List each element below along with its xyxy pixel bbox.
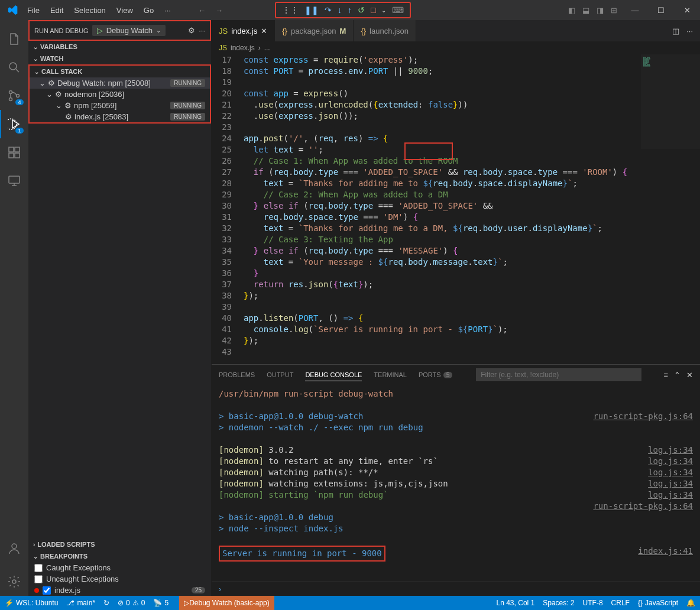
bp-caught-check[interactable]	[34, 564, 43, 572]
nav-forward-icon[interactable]: →	[215, 6, 223, 15]
debug-status[interactable]: ▷ Debug Watch (basic-app)	[179, 596, 274, 610]
step-into-icon[interactable]: ↓	[338, 5, 342, 15]
pause-icon[interactable]: ❚❚	[304, 5, 319, 15]
nav-back-icon[interactable]: ←	[198, 6, 206, 15]
cursor-position[interactable]: Ln 43, Col 1	[497, 599, 535, 607]
notifications-icon[interactable]: 🔔	[686, 599, 695, 607]
console-filter-input[interactable]	[476, 368, 641, 381]
menu-edit[interactable]: Edit	[46, 4, 68, 17]
maximize-icon[interactable]: ☐	[648, 1, 674, 19]
status-bar: ⚡WSL: Ubuntu ⎇ main* ↻ ⊘ 0 ⚠ 0 📡 5 ▷ Deb…	[0, 596, 700, 610]
indentation[interactable]: Spaces: 2	[543, 599, 574, 607]
watch-header[interactable]: ⌄WATCH	[28, 53, 211, 64]
run-debug-title: RUN AND DEBUG	[34, 27, 89, 34]
drag-handle-icon[interactable]: ⋮⋮	[282, 5, 299, 15]
tab-problems[interactable]: PROBLEMS	[219, 369, 255, 381]
bp-file-check[interactable]	[43, 586, 51, 595]
settings-gear-icon[interactable]	[0, 567, 28, 596]
remote-explorer-icon[interactable]	[0, 167, 28, 195]
vscode-logo-icon	[8, 5, 18, 15]
debug-console-output[interactable]: /usr/bin/npm run-script debug-watch > ba…	[212, 385, 700, 582]
js-file-icon: JS	[219, 44, 227, 52]
menu-selection[interactable]: Selection	[69, 4, 110, 17]
debug-console-icon[interactable]: ⌨	[392, 5, 404, 15]
loaded-scripts-section: ›LOADED SCRIPTS	[28, 538, 211, 550]
breadcrumb[interactable]: JS index.js › ...	[212, 41, 700, 54]
minimize-icon[interactable]: —	[622, 1, 648, 19]
chevron-down-icon: ⌄	[156, 27, 161, 34]
source-control-icon[interactable]: 4	[0, 82, 28, 110]
callstack-node-1[interactable]: ⌄⚙nodemon [25036]	[30, 89, 210, 100]
tab-package[interactable]: {}package.jsonM	[275, 20, 354, 41]
extensions-icon[interactable]	[0, 138, 28, 167]
close-icon[interactable]: ✕	[674, 1, 700, 19]
encoding[interactable]: UTF-8	[583, 599, 603, 607]
account-icon[interactable]	[0, 534, 28, 563]
svg-rect-6	[15, 147, 20, 152]
tab-bar: JSindex.js✕ {}package.jsonM {}launch.jso…	[212, 20, 700, 41]
run-debug-header: RUN AND DEBUG ▷ Debug Watch ⌄ ⚙ ···	[28, 20, 211, 41]
variables-section: ⌄VARIABLES	[28, 41, 211, 53]
step-over-icon[interactable]: ↷	[325, 5, 332, 15]
callstack-node-2[interactable]: ⌄⚙npm [25059]RUNNING	[30, 100, 210, 111]
stop-icon[interactable]: □	[371, 5, 375, 15]
minimap[interactable]: ████ ██████ ████ ████████████ ██ ███████…	[641, 54, 700, 149]
bp-caught[interactable]: Caught Exceptions	[28, 562, 211, 573]
menu-bar: File Edit Selection View Go ···	[22, 4, 176, 17]
title-bar: File Edit Selection View Go ··· ← → ⋮⋮ ❚…	[0, 0, 700, 20]
restart-icon[interactable]: ↺	[358, 5, 365, 15]
more-icon[interactable]: ···	[199, 26, 205, 35]
menu-file[interactable]: File	[22, 4, 44, 17]
problems-count[interactable]: ⊘ 0 ⚠ 0	[118, 599, 145, 607]
breakpoints-header[interactable]: ⌄BREAKPOINTS	[28, 550, 211, 562]
tab-debug-console[interactable]: DEBUG CONSOLE	[305, 369, 362, 381]
callstack-root[interactable]: ⌄⚙Debug Watch: npm [25008]RUNNING	[30, 77, 210, 89]
config-gear-icon[interactable]: ⚙	[188, 26, 195, 35]
menu-view[interactable]: View	[112, 4, 138, 17]
bp-file[interactable]: index.js25	[28, 585, 211, 596]
tab-output[interactable]: OUTPUT	[267, 369, 293, 381]
code-editor[interactable]: 1718192021222324252627282930313233343536…	[212, 54, 700, 364]
eol[interactable]: CRLF	[611, 599, 630, 607]
more-actions-icon[interactable]: ···	[686, 27, 693, 35]
svg-point-11	[12, 580, 16, 583]
git-sync[interactable]: ↻	[103, 599, 109, 607]
menu-go[interactable]: Go	[139, 4, 158, 17]
tab-launch[interactable]: {}launch.json	[354, 20, 416, 41]
callstack-header[interactable]: ⌄CALL STACK	[30, 66, 210, 77]
close-panel-icon[interactable]: ✕	[686, 371, 693, 379]
callstack-node-3[interactable]: ⚙index.js [25083]RUNNING	[30, 111, 210, 122]
clear-console-icon[interactable]: ≡	[663, 371, 668, 379]
loaded-scripts-header[interactable]: ›LOADED SCRIPTS	[28, 538, 211, 550]
tab-terminal[interactable]: TERMINAL	[374, 369, 407, 381]
layout-customize-icon[interactable]: ⊞	[611, 6, 617, 15]
language-mode[interactable]: {} JavaScript	[638, 599, 678, 607]
debug-badge: 1	[15, 128, 24, 134]
bp-uncaught-check[interactable]	[34, 575, 43, 583]
split-editor-icon[interactable]: ◫	[672, 27, 679, 35]
git-branch[interactable]: ⎇ main*	[66, 599, 95, 607]
layout-side-icon[interactable]: ◧	[568, 6, 575, 15]
console-input[interactable]: ›	[212, 582, 700, 596]
debug-config-dropdown[interactable]: ▷ Debug Watch ⌄	[92, 25, 166, 36]
step-out-icon[interactable]: ↑	[348, 5, 352, 15]
menu-more[interactable]: ···	[160, 4, 176, 17]
tab-index[interactable]: JSindex.js✕	[212, 20, 275, 41]
search-icon[interactable]	[0, 53, 28, 82]
explorer-icon[interactable]	[0, 25, 28, 53]
layout-bottom-icon[interactable]: ⬓	[582, 6, 589, 15]
remote-indicator[interactable]: ⚡WSL: Ubuntu	[5, 599, 58, 607]
ports-indicator[interactable]: 📡 5	[153, 599, 168, 607]
close-tab-icon[interactable]: ✕	[261, 27, 267, 35]
panel-tabs: PROBLEMS OUTPUT DEBUG CONSOLE TERMINAL P…	[212, 365, 700, 385]
layout-right-icon[interactable]: ◨	[597, 6, 604, 15]
nav-arrows: ← →	[198, 6, 223, 15]
debug-dropdown-icon[interactable]: ⌄	[381, 7, 386, 14]
js-file-icon: JS	[219, 27, 228, 35]
bp-uncaught[interactable]: Uncaught Exceptions	[28, 573, 211, 585]
debug-icon[interactable]: 1	[0, 110, 28, 138]
editor-area: JSindex.js✕ {}package.jsonM {}launch.jso…	[212, 20, 700, 596]
variables-header[interactable]: ⌄VARIABLES	[28, 41, 211, 53]
tab-ports[interactable]: PORTS5	[419, 369, 452, 381]
collapse-panel-icon[interactable]: ⌃	[674, 371, 680, 379]
